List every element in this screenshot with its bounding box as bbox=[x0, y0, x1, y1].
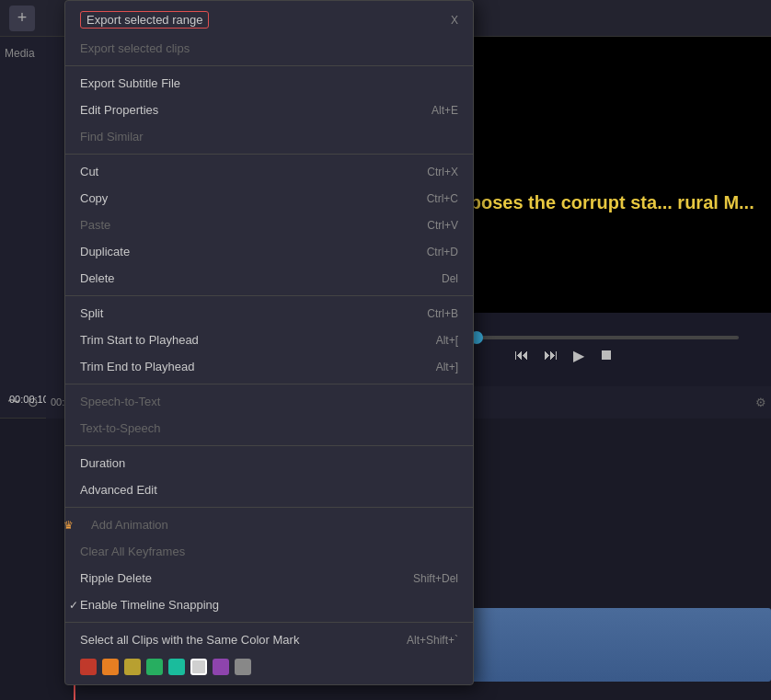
settings-icon[interactable]: ⚙ bbox=[755, 396, 766, 409]
menu-item-trim-start-to-playhead[interactable]: Trim Start to PlayheadAlt+[ bbox=[65, 327, 473, 353]
menu-item-speech-to-text: Speech-to-Text bbox=[65, 388, 473, 415]
menu-divider-27 bbox=[65, 622, 473, 623]
menu-shortcut: Ctrl+V bbox=[427, 219, 458, 232]
menu-shortcut: Alt+] bbox=[436, 361, 458, 373]
left-panel: Media bbox=[0, 37, 74, 405]
menu-divider-19 bbox=[65, 445, 473, 446]
menu-item-edit-properties[interactable]: Edit PropertiesAlt+E bbox=[65, 97, 473, 123]
menu-shortcut: Ctrl+X bbox=[427, 166, 458, 178]
color-swatch-7[interactable] bbox=[235, 659, 251, 675]
menu-shortcut: Ctrl+B bbox=[427, 307, 458, 320]
menu-item-label: Export selected clips bbox=[80, 41, 190, 55]
menu-item-copy[interactable]: CopyCtrl+C bbox=[65, 185, 473, 212]
menu-item-label: Trim End to Playhead bbox=[80, 360, 195, 373]
menu-item-label: Ripple Delete bbox=[80, 571, 152, 585]
menu-item-label: Text-to-Speech bbox=[80, 421, 160, 435]
menu-shortcut: Ctrl+C bbox=[427, 192, 458, 205]
menu-item-label: Find Similar bbox=[80, 130, 144, 143]
menu-shortcut: Alt+E bbox=[432, 104, 458, 117]
menu-divider-6 bbox=[65, 154, 473, 155]
play-button[interactable]: ▶ bbox=[573, 347, 584, 364]
menu-shortcut: Shift+Del bbox=[413, 572, 458, 585]
menu-item-label: Split bbox=[80, 306, 103, 320]
menu-shortcut: Alt+Shift+` bbox=[407, 634, 458, 647]
menu-item-label: Copy bbox=[80, 191, 108, 205]
menu-item-paste: PasteCtrl+V bbox=[65, 212, 473, 238]
color-swatch-2[interactable] bbox=[124, 659, 141, 675]
menu-item-label: Advanced Edit bbox=[80, 483, 157, 497]
menu-item-clear-all-keyframes: Clear All Keyframes bbox=[65, 538, 473, 565]
menu-item-duplicate[interactable]: DuplicateCtrl+D bbox=[65, 238, 473, 265]
menu-divider-12 bbox=[65, 295, 473, 296]
menu-shortcut: Del bbox=[442, 272, 458, 285]
menu-divider-16 bbox=[65, 384, 473, 384]
menu-item-label: Export selected range bbox=[80, 11, 209, 29]
timeline-tools: 00:00:10:00 〜 ⊙ bbox=[0, 394, 46, 410]
color-swatch-4[interactable] bbox=[168, 659, 185, 675]
color-swatches bbox=[65, 653, 473, 681]
menu-item-label: Duplicate bbox=[80, 245, 130, 258]
color-swatch-6[interactable] bbox=[213, 659, 229, 675]
menu-item-export-selected-range[interactable]: Export selected rangeX bbox=[65, 5, 473, 35]
stop-button[interactable]: ⏹ bbox=[599, 347, 614, 363]
menu-divider-2 bbox=[65, 65, 473, 66]
check-icon: ✓ bbox=[69, 599, 78, 612]
menu-shortcut: Ctrl+D bbox=[427, 246, 458, 258]
menu-item-enable-timeline-snapping[interactable]: ✓Enable Timeline Snapping bbox=[65, 591, 473, 618]
menu-item-label: Clear All Keyframes bbox=[80, 545, 185, 558]
menu-item-label: Enable Timeline Snapping bbox=[80, 598, 219, 612]
color-swatch-0[interactable] bbox=[80, 659, 97, 675]
menu-item-find-similar: Find Similar bbox=[65, 123, 473, 150]
menu-item-label: Cut bbox=[80, 165, 98, 178]
menu-item-trim-end-to-playhead[interactable]: Trim End to PlayheadAlt+] bbox=[65, 353, 473, 380]
menu-item-duration[interactable]: Duration bbox=[65, 450, 473, 476]
menu-item-export-subtitle-file[interactable]: Export Subtitle File bbox=[65, 70, 473, 97]
menu-item-add-animation: ♛Add Animation bbox=[65, 511, 473, 538]
control-buttons: ⏮ ⏭ ▶ ⏹ bbox=[514, 347, 614, 364]
context-menu: Export selected rangeXExport selected cl… bbox=[64, 0, 474, 685]
menu-item-label: Paste bbox=[80, 218, 110, 232]
menu-item-label: Add Animation bbox=[91, 518, 168, 532]
crown-icon: ♛ bbox=[63, 519, 74, 532]
menu-item-label: Speech-to-Text bbox=[80, 395, 160, 408]
add-button[interactable]: + bbox=[9, 6, 35, 31]
media-label: Media bbox=[5, 47, 35, 60]
color-swatch-1[interactable] bbox=[102, 659, 119, 675]
menu-item-label: Edit Properties bbox=[80, 103, 158, 117]
menu-item-cut[interactable]: CutCtrl+X bbox=[65, 158, 473, 185]
menu-item-select-all-clips-with-the-same-color-mark[interactable]: Select all Clips with the Same Color Mar… bbox=[65, 626, 473, 653]
menu-item-label: Duration bbox=[80, 456, 125, 470]
menu-item-label: Trim Start to Playhead bbox=[80, 333, 199, 347]
menu-item-ripple-delete[interactable]: Ripple DeleteShift+Del bbox=[65, 565, 473, 591]
menu-divider-22 bbox=[65, 507, 473, 508]
rewind-button[interactable]: ⏮ bbox=[514, 347, 529, 363]
menu-item-delete[interactable]: DeleteDel bbox=[65, 265, 473, 292]
menu-item-label: Export Subtitle File bbox=[80, 76, 180, 90]
menu-item-label: Delete bbox=[80, 271, 115, 285]
menu-item-split[interactable]: SplitCtrl+B bbox=[65, 300, 473, 327]
menu-shortcut: X bbox=[451, 14, 458, 27]
menu-item-text-to-speech: Text-to-Speech bbox=[65, 415, 473, 442]
menu-item-label: Select all Clips with the Same Color Mar… bbox=[80, 633, 299, 647]
color-swatch-5[interactable] bbox=[190, 659, 207, 675]
menu-item-advanced-edit[interactable]: Advanced Edit bbox=[65, 476, 473, 503]
step-back-button[interactable]: ⏭ bbox=[544, 347, 558, 363]
menu-shortcut: Alt+[ bbox=[436, 334, 458, 347]
menu-item-export-selected-clips: Export selected clips bbox=[65, 35, 473, 62]
color-swatch-3[interactable] bbox=[146, 659, 163, 675]
